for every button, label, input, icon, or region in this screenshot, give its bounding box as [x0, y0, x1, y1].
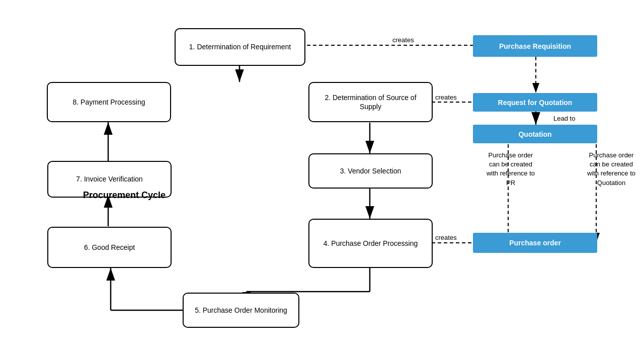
purchase-requisition-box: Purchase Requisition	[473, 35, 597, 57]
quotation-label: Quotation	[518, 130, 551, 138]
step6-box: 6. Good Receipt	[47, 227, 172, 268]
step5-box: 5. Purchase Order Monitoring	[183, 293, 299, 328]
step1-box: 1. Determination of Requirement	[175, 28, 305, 66]
creates2-label: creates	[435, 94, 457, 101]
step4-box: 4. Purchase Order Processing	[308, 219, 433, 268]
purchase-order-label: Purchase order	[509, 239, 561, 247]
procurement-diagram: 1. Determination of Requirement 2. Deter…	[0, 0, 644, 362]
purchase-order-box: Purchase order	[473, 233, 597, 253]
step8-box: 8. Payment Processing	[47, 82, 171, 122]
step7-label: 7. Invoice Verification	[76, 174, 142, 184]
step3-label: 3. Vendor Selection	[340, 166, 401, 175]
po-quot-label: Purchase order can be created with refer…	[584, 151, 639, 188]
step2-label: 2. Determination of Source of Supply	[313, 93, 428, 111]
step6-label: 6. Good Receipt	[84, 243, 135, 252]
creates1-label: creates	[392, 36, 414, 44]
step5-label: 5. Purchase Order Monitoring	[195, 306, 287, 315]
step4-label: 4. Purchase Order Processing	[324, 239, 418, 248]
quotation-box: Quotation	[473, 125, 597, 143]
step2-box: 2. Determination of Source of Supply	[308, 82, 433, 122]
step1-label: 1. Determination of Requirement	[189, 42, 291, 51]
rfq-box: Request for Quotation	[473, 93, 597, 112]
rfq-label: Request for Quotation	[498, 99, 573, 107]
purchase-req-label: Purchase Requisition	[499, 42, 571, 50]
po-pr-label: Purchase order can be created with refer…	[483, 151, 538, 188]
lead-to-label: Lead to	[553, 115, 575, 122]
step8-label: 8. Payment Processing	[73, 98, 145, 107]
proc-cycle-label: Procurement Cycle	[83, 190, 166, 201]
step3-box: 3. Vendor Selection	[308, 153, 433, 189]
creates3-label: creates	[435, 234, 457, 241]
